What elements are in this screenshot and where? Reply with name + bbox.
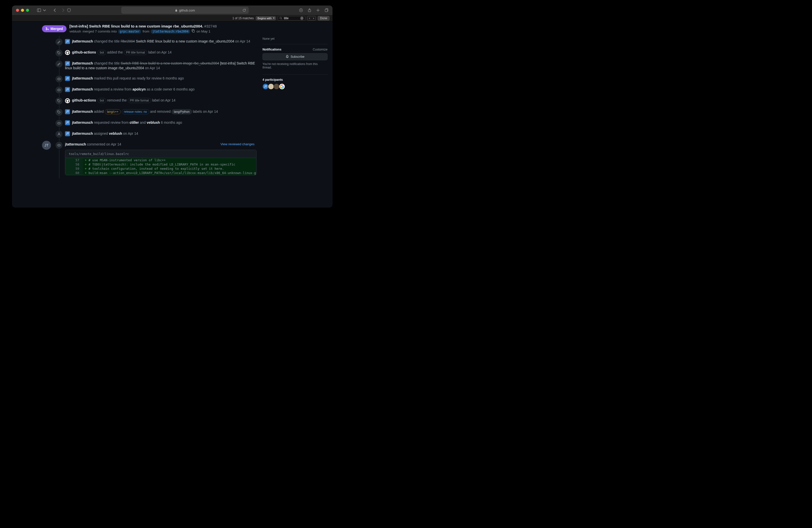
review-actor[interactable]: jtattermusch bbox=[65, 142, 86, 146]
find-mode-select[interactable]: Begins with bbox=[256, 16, 276, 20]
event-target[interactable]: veblush bbox=[147, 120, 160, 124]
participants-row: JT bbox=[262, 84, 328, 89]
event-label[interactable]: lang/c++ bbox=[105, 109, 121, 114]
downloads-icon[interactable] bbox=[299, 8, 303, 12]
sidebar-customize-link[interactable]: Customize bbox=[313, 48, 328, 51]
event-date: 6 months ago bbox=[173, 87, 194, 91]
diff-line: 58+ # TODO(jtattermusch): include the mo… bbox=[65, 162, 256, 166]
find-done-button[interactable]: Done bbox=[318, 16, 330, 20]
timeline-event: github-actions bot added the PR title fo… bbox=[55, 47, 257, 58]
pencil-icon bbox=[56, 39, 62, 45]
search-icon bbox=[279, 17, 282, 20]
title-bar: github.com bbox=[12, 5, 333, 15]
event-actor[interactable]: jtattermusch bbox=[72, 39, 93, 43]
diff-file-header[interactable]: tools/remote_build/linux.bazelrc bbox=[65, 150, 256, 158]
back-button[interactable] bbox=[53, 8, 57, 12]
timeline-event: JT jtattermusch added lang/c++ release n… bbox=[55, 106, 257, 117]
user-avatar: JT bbox=[65, 61, 70, 66]
participant-avatar[interactable]: JT bbox=[262, 84, 269, 89]
pr-subtitle: veblush merged 7 commits into grpc:maste… bbox=[70, 29, 217, 33]
forward-button[interactable] bbox=[61, 8, 65, 12]
event-actor[interactable]: jtattermusch bbox=[72, 132, 93, 135]
address-bar[interactable]: github.com bbox=[121, 7, 249, 14]
base-branch-pill[interactable]: grpc:master bbox=[118, 29, 141, 33]
participant-avatar[interactable] bbox=[274, 84, 279, 89]
tab-group-chevron-icon[interactable] bbox=[43, 8, 46, 12]
event-actor[interactable]: github-actions bbox=[72, 98, 96, 102]
find-next-button[interactable]: › bbox=[311, 16, 316, 20]
diff-line: 59+ # toolchain configuration, instead o… bbox=[65, 166, 256, 171]
participant-avatar[interactable] bbox=[268, 84, 274, 89]
eye-icon bbox=[56, 75, 62, 83]
head-branch-pill[interactable]: jtattermusch:rbe2004 bbox=[151, 29, 190, 33]
find-match-count: 1 of 15 matches bbox=[232, 16, 254, 20]
event-action: added bbox=[94, 109, 104, 114]
sidebar-notifications-heading: Notifications bbox=[262, 48, 281, 51]
event-actor[interactable]: github-actions bbox=[72, 50, 96, 54]
timeline-event: JT jtattermusch requested a review from … bbox=[55, 84, 257, 95]
timeline: JT jtattermusch changed the title Rbe200… bbox=[55, 36, 257, 178]
copy-branch-icon[interactable] bbox=[191, 29, 195, 33]
event-actor[interactable]: jtattermusch bbox=[72, 76, 93, 80]
participant-avatar[interactable] bbox=[279, 84, 285, 89]
review-action: commented bbox=[87, 142, 105, 146]
pr-merger[interactable]: veblush bbox=[70, 29, 81, 33]
diff-line: 60+ build:msan --action_env=LD_LIBRARY_P… bbox=[65, 171, 256, 175]
from-text: from bbox=[143, 29, 149, 33]
reviewer-avatar[interactable]: JT bbox=[42, 141, 51, 150]
find-input-wrap: ✕ bbox=[278, 16, 305, 20]
tabs-overview-icon[interactable] bbox=[324, 8, 329, 12]
maximize-window-button[interactable] bbox=[26, 9, 29, 12]
share-icon[interactable] bbox=[307, 8, 311, 12]
event-target[interactable]: ctiller bbox=[130, 120, 139, 124]
svg-point-23 bbox=[59, 145, 59, 146]
minimize-window-button[interactable] bbox=[21, 9, 24, 12]
find-prev-button[interactable]: ‹ bbox=[307, 16, 311, 20]
event-action: changed the title bbox=[94, 39, 120, 43]
tag-icon bbox=[56, 49, 62, 57]
event-label[interactable]: PR title format bbox=[128, 98, 151, 103]
right-sidebar: None yet Notifications Customize Subscri… bbox=[262, 36, 328, 207]
event-target[interactable]: veblush bbox=[109, 132, 122, 135]
reload-icon[interactable] bbox=[242, 8, 246, 12]
pr-title: [test-infra] Switch RBE linux build to a… bbox=[70, 24, 217, 28]
svg-point-6 bbox=[280, 17, 281, 19]
event-actor[interactable]: jtattermusch bbox=[72, 87, 93, 91]
event-actor[interactable]: jtattermusch bbox=[72, 109, 93, 114]
user-avatar: JT bbox=[65, 76, 70, 81]
event-action: requested review from bbox=[94, 120, 129, 124]
user-avatar: JT bbox=[65, 120, 70, 125]
new-tab-icon[interactable] bbox=[316, 8, 320, 12]
event-title-from: Switch RBE linux build to a new custom i… bbox=[120, 61, 219, 65]
find-clear-button[interactable]: ✕ bbox=[300, 16, 304, 20]
sidebar-toggle-icon[interactable] bbox=[37, 8, 41, 12]
svg-rect-2 bbox=[175, 10, 177, 12]
event-target[interactable]: apolcyn bbox=[132, 87, 146, 91]
subscribe-button[interactable]: Subscribe bbox=[262, 53, 328, 60]
pr-header: Merged [test-infra] Switch RBE linux bui… bbox=[12, 21, 333, 36]
privacy-shield-icon[interactable] bbox=[67, 8, 71, 12]
svg-line-7 bbox=[281, 19, 282, 19]
svg-point-10 bbox=[48, 29, 49, 30]
bot-badge: bot bbox=[98, 98, 106, 103]
svg-point-9 bbox=[46, 29, 47, 30]
event-label[interactable]: lang/Python bbox=[172, 109, 192, 114]
event-label[interactable]: PR title format bbox=[124, 50, 147, 55]
sidebar-none-yet: None yet bbox=[262, 37, 328, 41]
browser-window: github.com 1 of 15 matches Begins with ✕… bbox=[12, 5, 333, 207]
view-reviewed-changes-link[interactable]: View reviewed changes bbox=[220, 142, 255, 146]
subscribe-note: You're not receiving notifications from … bbox=[262, 62, 328, 69]
event-label[interactable]: release notes: no bbox=[122, 109, 149, 114]
find-bar: 1 of 15 matches Begins with ✕ ‹ › Done bbox=[12, 15, 333, 21]
bell-icon bbox=[286, 55, 289, 59]
subscribe-label: Subscribe bbox=[290, 55, 304, 59]
github-avatar bbox=[65, 50, 70, 55]
close-window-button[interactable] bbox=[16, 9, 19, 12]
event-actor[interactable]: jtattermusch bbox=[72, 120, 93, 124]
eye-icon bbox=[56, 120, 62, 127]
event-date: on Apr 14 bbox=[160, 98, 175, 102]
user-avatar: JT bbox=[65, 87, 70, 92]
event-actor[interactable]: jtattermusch bbox=[72, 61, 93, 65]
event-action: assigned bbox=[94, 132, 108, 135]
find-input[interactable] bbox=[284, 16, 299, 20]
